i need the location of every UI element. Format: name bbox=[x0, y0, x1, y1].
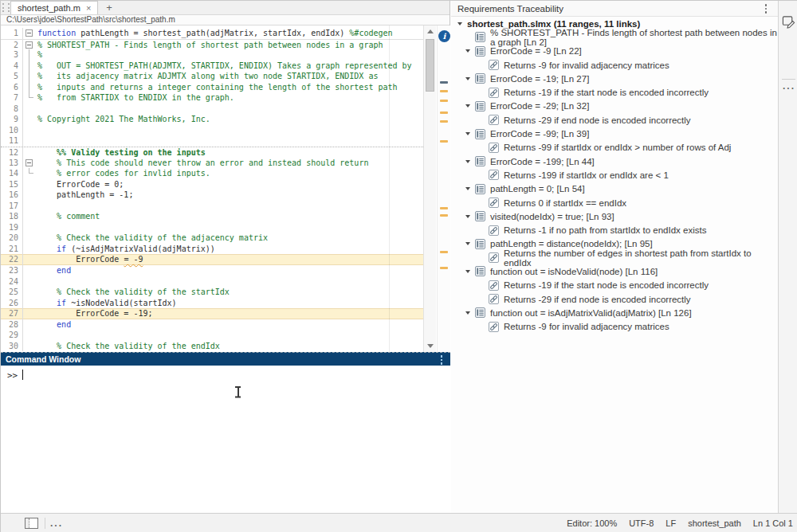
requirement-range-row[interactable]: function out = isAdjMatrixValid(adjMatri… bbox=[451, 306, 778, 319]
chevron-down-icon[interactable] bbox=[465, 242, 470, 245]
line-number: 29 bbox=[1, 330, 23, 341]
requirement-link-row[interactable]: Returns -1 if no path from startIdx to e… bbox=[451, 223, 778, 237]
code-line[interactable]: 21 if (~isAdjMatrixValid(adjMatrix)) bbox=[1, 244, 423, 255]
chevron-down-icon[interactable] bbox=[465, 270, 470, 273]
requirement-range-row[interactable]: ErrorCode = -99; [Ln 39] bbox=[451, 127, 778, 140]
chevron-down-icon[interactable] bbox=[465, 132, 470, 135]
indicator-mark[interactable] bbox=[440, 81, 448, 84]
requirement-link-row[interactable]: Returns -199 if startIdx or endIdx are <… bbox=[451, 168, 778, 182]
requirement-link-row[interactable]: Returns the number of edges in shortest … bbox=[451, 251, 778, 264]
scrollbar-thumb[interactable] bbox=[426, 39, 434, 92]
code-line[interactable]: 14 % error codes for invlid inputs. bbox=[1, 168, 423, 179]
code-line[interactable]: 25 % Check the validity of the startIdx bbox=[1, 287, 423, 298]
document-bar-grip[interactable] bbox=[2, 3, 10, 12]
requirement-range-row[interactable]: pathLength = 0; [Ln 54] bbox=[451, 182, 778, 196]
code-line[interactable]: 6% inputs and returns a integer containi… bbox=[1, 82, 423, 93]
code-area[interactable]: 1function pathLength = shortest_path(adj… bbox=[1, 25, 423, 352]
code-fold-icon[interactable] bbox=[23, 28, 37, 39]
command-window-header[interactable]: Command Window bbox=[1, 352, 450, 366]
requirement-link-row[interactable]: Returns -9 for invalid adjacency matrice… bbox=[451, 58, 778, 72]
code-line[interactable]: 9% Copyright 2021 The MathWorks, Inc. bbox=[1, 114, 423, 125]
chevron-down-icon[interactable] bbox=[465, 311, 470, 315]
indicator-mark[interactable] bbox=[440, 207, 448, 209]
tab-close-icon[interactable]: × bbox=[86, 4, 91, 13]
code-fold-icon[interactable] bbox=[23, 40, 37, 50]
code-line[interactable]: 24 bbox=[1, 276, 423, 288]
requirement-range-row[interactable]: % SHORTEST_PATH - Finds length of shorte… bbox=[451, 30, 778, 44]
chevron-down-icon[interactable] bbox=[465, 49, 470, 53]
new-tab-button[interactable]: + bbox=[98, 1, 120, 14]
code-line[interactable]: 17 bbox=[1, 201, 423, 212]
code-line[interactable]: 18 % comment bbox=[1, 211, 423, 222]
command-window-menu-icon[interactable] bbox=[441, 355, 443, 365]
requirement-range-row[interactable]: visited(nodeIdx) = true; [Ln 93] bbox=[451, 209, 778, 223]
code-text: if ~isNodeValid(startIdx) bbox=[37, 298, 177, 309]
code-line[interactable]: 23 end bbox=[1, 265, 423, 276]
chevron-down-icon[interactable] bbox=[465, 187, 470, 190]
requirements-menu-icon[interactable] bbox=[765, 4, 768, 14]
code-line[interactable]: 5% its adjacency matrix ADJMTX along wit… bbox=[1, 71, 423, 82]
code-fold-icon[interactable] bbox=[23, 158, 37, 169]
panel-layout-icon[interactable] bbox=[25, 518, 38, 529]
indicator-mark[interactable] bbox=[440, 267, 448, 269]
chevron-down-icon[interactable] bbox=[465, 104, 470, 108]
indicator-mark[interactable] bbox=[440, 90, 448, 92]
code-range-icon bbox=[475, 239, 485, 249]
code-line[interactable]: 13 % This code should never throw an err… bbox=[1, 158, 423, 169]
code-line[interactable]: 2% SHORTEST_PATH - Finds length of short… bbox=[1, 39, 423, 50]
scrollbar-down-arrow-icon[interactable] bbox=[427, 344, 434, 348]
code-line[interactable]: 28 end bbox=[1, 319, 423, 331]
indicator-mark[interactable] bbox=[440, 214, 448, 217]
requirement-link-row[interactable]: Returns -19 if the start node is encoded… bbox=[451, 279, 778, 292]
code-line[interactable]: 15 ErrorCode = 0; bbox=[1, 179, 423, 190]
indicator-mark[interactable] bbox=[440, 100, 448, 102]
requirement-link-row[interactable]: Returns -29 if end node is encoded incor… bbox=[451, 292, 778, 306]
link-icon bbox=[489, 115, 499, 125]
tab-shortest-path[interactable]: shortest_path.m × bbox=[10, 1, 98, 14]
code-line[interactable]: 27 ErrorCode = -19; bbox=[1, 308, 423, 319]
code-line[interactable]: 22 ErrorCode = -9 bbox=[1, 254, 423, 265]
chevron-down-icon[interactable] bbox=[457, 22, 462, 25]
command-window[interactable]: >> bbox=[1, 366, 450, 513]
code-line[interactable]: 12 %% Validy testing on the inputs bbox=[1, 147, 423, 158]
requirement-link-row[interactable]: Returns -19 if the start node is encoded… bbox=[451, 85, 778, 99]
requirement-link-row[interactable]: Returns 0 if startIdx == endIdx bbox=[451, 196, 778, 209]
code-line[interactable]: 11 bbox=[1, 135, 423, 147]
line-number: 23 bbox=[1, 265, 23, 276]
code-editor[interactable]: 1function pathLength = shortest_path(adj… bbox=[1, 25, 450, 352]
link-icon bbox=[489, 198, 499, 208]
indicator-mark[interactable] bbox=[440, 120, 448, 123]
code-line[interactable]: 26 if ~isNodeValid(startIdx) bbox=[1, 298, 423, 309]
code-line[interactable]: 19 bbox=[1, 222, 423, 233]
statusbar-more-icon[interactable]: ... bbox=[50, 521, 63, 526]
code-line[interactable]: 7% from STARTIDX to ENDIDX in the graph. bbox=[1, 92, 423, 104]
code-line[interactable]: 8 bbox=[1, 104, 423, 115]
requirement-range-row[interactable]: ErrorCode = -29; [Ln 32] bbox=[451, 100, 778, 113]
requirement-label: shortest_path.slmx (11 ranges, 11 links) bbox=[467, 19, 640, 29]
requirement-range-row[interactable]: ErrorCode = -199; [Ln 44] bbox=[451, 155, 778, 168]
code-line[interactable]: 1function pathLength = shortest_path(adj… bbox=[1, 28, 423, 39]
editor-vertical-scrollbar[interactable] bbox=[423, 25, 436, 352]
requirement-link-row[interactable]: Returns -29 if end node is encoded incor… bbox=[451, 113, 778, 127]
chevron-down-icon[interactable] bbox=[465, 215, 470, 218]
code-line[interactable]: 10 bbox=[1, 125, 423, 136]
requirement-range-row[interactable]: ErrorCode = -19; [Ln 27] bbox=[451, 72, 778, 85]
code-line[interactable]: 16 pathLength = -1; bbox=[1, 190, 423, 201]
annotation-pen-icon[interactable] bbox=[782, 14, 795, 30]
chevron-down-icon[interactable] bbox=[465, 77, 470, 80]
info-icon[interactable]: i bbox=[438, 30, 450, 42]
strip-more-icon[interactable]: ... bbox=[783, 84, 795, 88]
code-line[interactable]: 4% OUT = SHORTEST_PATH(ADJMTX, STARTIDX,… bbox=[1, 61, 423, 72]
requirement-link-row[interactable]: Returns -99 if startIdx or endIdx > numb… bbox=[451, 141, 778, 155]
code-line[interactable]: 3% bbox=[1, 49, 423, 61]
indicator-mark[interactable] bbox=[440, 140, 448, 143]
scrollbar-up-arrow-icon[interactable] bbox=[427, 29, 434, 33]
code-line[interactable]: 20 % Check the validity of the adjacency… bbox=[1, 233, 423, 244]
indicator-mark[interactable] bbox=[440, 111, 448, 114]
code-line[interactable]: 29 bbox=[1, 330, 423, 341]
code-line[interactable]: 30 % Check the validity of the endIdx bbox=[1, 341, 423, 352]
chevron-down-icon[interactable] bbox=[465, 160, 470, 163]
requirement-link-row[interactable]: Returns -9 for invalid adjacency matrice… bbox=[451, 320, 778, 334]
indicator-mark[interactable] bbox=[440, 251, 448, 253]
line-number: 26 bbox=[1, 298, 23, 309]
